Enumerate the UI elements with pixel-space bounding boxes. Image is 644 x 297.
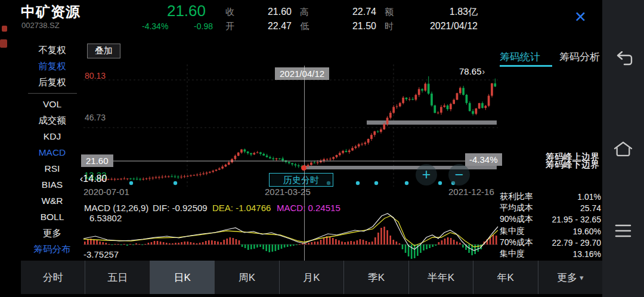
chip-stat-label: 集中度 (500, 226, 525, 237)
zoom-in-button[interactable]: + (416, 164, 437, 185)
chip-stat-value: 1.01% (577, 192, 601, 202)
sidebar-item-VOL[interactable]: VOL (21, 96, 83, 112)
stat-value: 21.60 (268, 7, 292, 17)
x-axis-date-start: 2020-07-01 (83, 187, 129, 197)
sidebar-item-更多[interactable]: 更多 (21, 225, 83, 241)
close-icon[interactable]: ✕ (574, 8, 587, 26)
tab-label: 日K (174, 271, 190, 284)
tab-更多[interactable]: 更多▾ (538, 261, 602, 294)
chip-stat-row: 集中度19.60% (500, 225, 601, 237)
history-intraday-button[interactable]: 历史分时 (269, 173, 333, 187)
sidebar: 不复权前复权后复权VOL成交额KDJMACDRSIBIASW&RBOLL更多筹码… (21, 42, 83, 257)
tab-label: 周K (239, 271, 255, 284)
sidebar-item-BOLL[interactable]: BOLL (21, 209, 83, 225)
crosshair-percent-label: -4.34% (465, 153, 502, 166)
chip-stat-label: 获利比率 (500, 191, 533, 202)
stat-value: 2021/04/12 (430, 21, 478, 32)
sidebar-divider (28, 93, 77, 94)
y-axis-max-label: 80.13 (85, 71, 106, 81)
sidebar-item-前复权[interactable]: 前复权 (21, 58, 83, 74)
stock-name: 中矿资源 (21, 2, 80, 21)
header-stats: 收21.60开22.47高22.74低21.50额1.83亿时2021/04/1… (225, 5, 486, 33)
header-stat: 高22.74 (300, 5, 385, 19)
chip-stat-row: 70%成本22.79 - 29.70 (500, 237, 601, 248)
tab-label: 分时 (43, 271, 63, 284)
edge-artifact (2, 26, 7, 32)
back-icon[interactable] (612, 51, 634, 69)
macd-chart[interactable] (83, 209, 498, 261)
tab-月K[interactable]: 月K (279, 261, 343, 294)
stat-label: 低 (300, 21, 309, 32)
sidebar-item-不复权[interactable]: 不复权 (21, 42, 83, 58)
sidebar-item-KDJ[interactable]: KDJ (21, 128, 83, 144)
header-stat: 开22.47 (225, 19, 300, 33)
current-price: 21.60 (134, 2, 206, 20)
header-stat: 额1.83亿 (385, 5, 486, 19)
tab-周K[interactable]: 周K (214, 261, 278, 294)
chip-stat-row: 90%成本21.95 - 32.65 (500, 214, 601, 225)
y-axis-min-white-label: ‹14.80 (80, 174, 107, 184)
sidebar-item-BIAS[interactable]: BIAS (21, 177, 83, 193)
period-tab-bar: 分时五日日K周K月K季K半年K年K更多▾ (21, 261, 602, 294)
edge-artifact (0, 39, 7, 48)
chip-stat-label: 集中度 (500, 249, 525, 259)
stat-label: 开 (225, 21, 234, 32)
header-stat: 时2021/04/12 (385, 19, 486, 33)
sidebar-item-RSI[interactable]: RSI (21, 160, 83, 177)
stat-label: 高 (300, 7, 309, 18)
sidebar-item-MACD[interactable]: MACD (21, 144, 83, 160)
tab-label: 半年K (428, 271, 454, 284)
chip-stats-list: 获利比率1.01%平均成本25.7490%成本21.95 - 32.65集中度1… (500, 191, 601, 260)
chip-stat-row: 平均成本25.74 (500, 202, 601, 214)
chevron-down-icon: ▾ (580, 273, 584, 282)
chip-stat-value: 21.95 - 32.65 (552, 215, 601, 224)
zoom-out-button[interactable]: − (448, 164, 470, 185)
chip-stat-value: 19.60% (573, 227, 601, 236)
change-absolute: -0.98 (194, 21, 213, 31)
chip-stat-value: 13.16% (573, 249, 601, 259)
tab-半年K[interactable]: 半年K (408, 261, 473, 294)
candlestick-chart[interactable] (83, 41, 498, 191)
crosshair-point (301, 165, 306, 171)
latest-high-value: 78.65 (459, 66, 482, 76)
tab-chip-analysis[interactable]: 筹码分析 (559, 50, 600, 64)
home-icon[interactable] (612, 140, 634, 158)
tab-季K[interactable]: 季K (343, 261, 408, 294)
chip-stat-value: 22.79 - 29.70 (552, 238, 601, 248)
x-axis-date-end: 2021-12-16 (448, 187, 494, 197)
chip-stat-row: 集中度13.16% (500, 248, 601, 259)
sidebar-item-后复权[interactable]: 后复权 (21, 74, 83, 90)
recents-icon[interactable] (612, 222, 634, 240)
tab-label: 五日 (107, 271, 128, 284)
sidebar-item-成交额[interactable]: 成交额 (21, 112, 83, 128)
stat-value: 22.47 (268, 21, 292, 32)
overlay-button[interactable]: 叠加 (87, 44, 120, 58)
sidebar-item-筹码分布[interactable]: 筹码分布 (21, 241, 83, 257)
stat-label: 时 (385, 21, 394, 32)
stat-label: 额 (385, 7, 394, 18)
stat-value: 22.74 (352, 7, 376, 17)
tab-年K[interactable]: 年K (473, 261, 537, 294)
y-axis-mid-label: 46.73 (85, 113, 106, 122)
tab-分时[interactable]: 分时 (21, 261, 85, 294)
crosshair-price-label: 21.60 (81, 154, 113, 167)
header-stat: 低21.50 (300, 19, 385, 33)
header-stat: 收21.60 (225, 5, 300, 19)
stat-value: 21.50 (352, 21, 376, 32)
chip-peak-lower-label: 筹码峰下边界 (546, 159, 599, 171)
tab-日K[interactable]: 日K (150, 261, 214, 294)
stat-label: 收 (225, 7, 234, 18)
tab-label: 年K (497, 271, 514, 284)
chip-stat-label: 平均成本 (500, 203, 533, 214)
stock-code: 002738.SZ (21, 21, 60, 30)
change-percent: -4.34% (142, 21, 168, 31)
latest-high-label: 78.65› (459, 66, 485, 76)
sidebar-item-W&R[interactable]: W&R (21, 193, 83, 209)
tab-五日[interactable]: 五日 (85, 261, 149, 294)
tab-chip-statistics[interactable]: 筹码统计 (500, 50, 540, 64)
stat-value: 1.83亿 (450, 6, 478, 18)
crosshair-date-label: 2021/04/12 (275, 67, 329, 80)
android-nav-rail (602, 0, 644, 297)
chip-stat-row: 获利比率1.01% (500, 191, 601, 202)
price-arrow-icon: › (482, 67, 485, 76)
